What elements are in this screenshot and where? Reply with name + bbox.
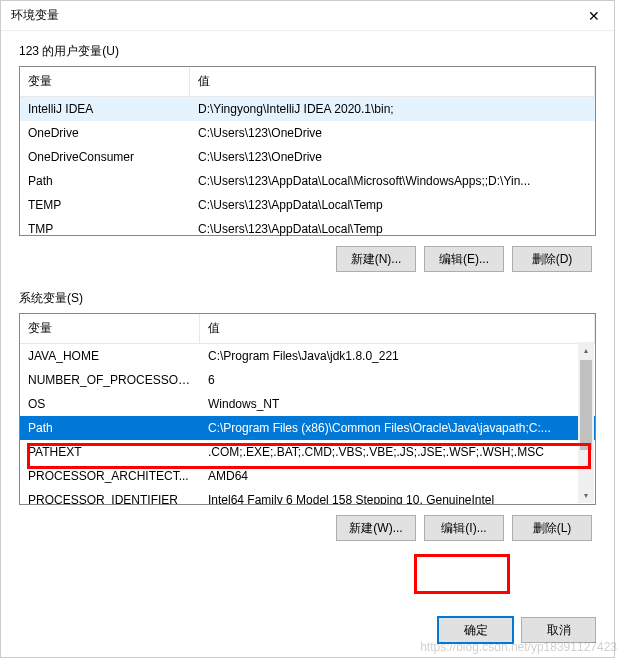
col-header-value[interactable]: 值 [200,314,595,343]
table-row[interactable]: IntelliJ IDEA D:\Yingyong\IntelliJ IDEA … [20,97,595,121]
var-value: Windows_NT [200,395,595,413]
table-row[interactable]: JAVA_HOME C:\Program Files\Java\jdk1.8.0… [20,344,595,368]
var-name: NUMBER_OF_PROCESSORS [20,371,200,389]
system-vars-group: 系统变量(S) 变量 值 JAVA_HOME C:\Program Files\… [19,290,596,541]
var-name: TEMP [20,196,190,214]
var-value: .COM;.EXE;.BAT;.CMD;.VBS;.VBE;.JS;.JSE;.… [200,443,595,461]
env-vars-dialog: 环境变量 ✕ 123 的用户变量(U) 变量 值 IntelliJ IDEA D… [0,0,615,658]
user-edit-button[interactable]: 编辑(E)... [424,246,504,272]
table-row[interactable]: OneDrive C:\Users\123\OneDrive [20,121,595,145]
col-header-name[interactable]: 变量 [20,67,190,96]
scroll-thumb[interactable] [580,360,592,450]
var-name: OneDrive [20,124,190,142]
user-vars-label: 123 的用户变量(U) [19,43,596,60]
table-row[interactable]: Path C:\Users\123\AppData\Local\Microsof… [20,169,595,193]
table-row[interactable]: Path C:\Program Files (x86)\Common Files… [20,416,595,440]
var-value: 6 [200,371,595,389]
var-value: C:\Users\123\AppData\Local\Temp [190,220,595,238]
var-value: D:\Yingyong\IntelliJ IDEA 2020.1\bin; [190,100,595,118]
system-edit-button[interactable]: 编辑(I)... [424,515,504,541]
var-value: AMD64 [200,467,595,485]
var-value: Intel64 Family 6 Model 158 Stepping 10, … [200,491,595,504]
close-icon: ✕ [588,8,600,24]
var-name: JAVA_HOME [20,347,200,365]
col-header-value[interactable]: 值 [190,67,595,96]
table-row[interactable]: NUMBER_OF_PROCESSORS 6 [20,368,595,392]
scroll-up-icon[interactable]: ▴ [578,342,594,358]
var-name: PROCESSOR_IDENTIFIER [20,491,200,504]
var-name: PROCESSOR_ARCHITECT... [20,467,200,485]
var-name: TMP [20,220,190,238]
dialog-buttons: 确定 取消 [438,617,596,643]
scrollbar[interactable]: ▴ ▾ [578,342,594,503]
system-delete-button[interactable]: 删除(L) [512,515,592,541]
var-name: OneDriveConsumer [20,148,190,166]
user-buttons: 新建(N)... 编辑(E)... 删除(D) [19,246,596,272]
close-button[interactable]: ✕ [574,1,614,31]
table-row[interactable]: OneDriveConsumer C:\Users\123\OneDrive [20,145,595,169]
col-header-name[interactable]: 变量 [20,314,200,343]
var-value: C:\Users\123\AppData\Local\Temp [190,196,595,214]
var-name: Path [20,419,200,437]
table-header: 变量 值 [20,314,595,344]
table-row[interactable]: PATHEXT .COM;.EXE;.BAT;.CMD;.VBS;.VBE;.J… [20,440,595,464]
system-vars-label: 系统变量(S) [19,290,596,307]
system-vars-table[interactable]: 变量 值 JAVA_HOME C:\Program Files\Java\jdk… [19,313,596,505]
titlebar: 环境变量 ✕ [1,1,614,31]
var-name: Path [20,172,190,190]
system-buttons: 新建(W)... 编辑(I)... 删除(L) [19,515,596,541]
var-name: PATHEXT [20,443,200,461]
scroll-down-icon[interactable]: ▾ [578,487,594,503]
table-row[interactable]: PROCESSOR_IDENTIFIER Intel64 Family 6 Mo… [20,488,595,504]
table-row[interactable]: PROCESSOR_ARCHITECT... AMD64 [20,464,595,488]
var-value: C:\Users\123\OneDrive [190,124,595,142]
table-row[interactable]: TEMP C:\Users\123\AppData\Local\Temp [20,193,595,217]
var-name: IntelliJ IDEA [20,100,190,118]
var-value: C:\Users\123\OneDrive [190,148,595,166]
dialog-title: 环境变量 [11,7,59,24]
table-row[interactable]: TMP C:\Users\123\AppData\Local\Temp [20,217,595,241]
var-value: C:\Program Files\Java\jdk1.8.0_221 [200,347,595,365]
ok-button[interactable]: 确定 [438,617,513,643]
user-vars-table[interactable]: 变量 值 IntelliJ IDEA D:\Yingyong\IntelliJ … [19,66,596,236]
cancel-button[interactable]: 取消 [521,617,596,643]
user-delete-button[interactable]: 删除(D) [512,246,592,272]
var-name: OS [20,395,200,413]
user-new-button[interactable]: 新建(N)... [336,246,416,272]
var-value: C:\Program Files (x86)\Common Files\Orac… [200,419,595,437]
var-value: C:\Users\123\AppData\Local\Microsoft\Win… [190,172,595,190]
table-header: 变量 值 [20,67,595,97]
user-vars-group: 123 的用户变量(U) 变量 值 IntelliJ IDEA D:\Yingy… [19,43,596,272]
table-row[interactable]: OS Windows_NT [20,392,595,416]
system-new-button[interactable]: 新建(W)... [336,515,416,541]
